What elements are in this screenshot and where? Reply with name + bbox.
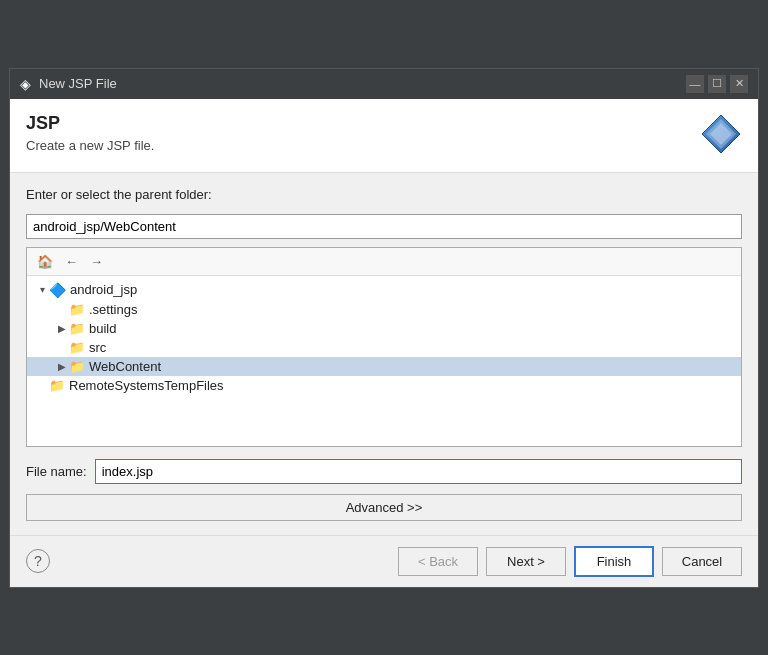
back-button[interactable]: ← (61, 251, 82, 272)
folder-icon: 📁 (69, 359, 85, 374)
button-bar: ? < Back Next > Finish Cancel (10, 535, 758, 587)
finish-button[interactable]: Finish (574, 546, 654, 577)
tree-item-android_jsp[interactable]: ▾ 🔷 android_jsp (27, 280, 741, 300)
folder-icon: 📁 (69, 321, 85, 336)
folder-input[interactable] (26, 214, 742, 239)
folder-icon: 📁 (49, 378, 65, 393)
main-section: Enter or select the parent folder: 🏠 ← →… (10, 173, 758, 535)
tree-item-src[interactable]: 📁 src (27, 338, 741, 357)
next-button[interactable]: Next > (486, 547, 566, 576)
dialog-content: JSP Create a new JSP file. (10, 99, 758, 587)
home-button[interactable]: 🏠 (33, 251, 57, 272)
tree-item-build[interactable]: ▶ 📁 build (27, 319, 741, 338)
tree-item-label: android_jsp (70, 282, 137, 297)
tree-toolbar: 🏠 ← → (27, 248, 741, 276)
dialog-window: ◈ New JSP File — ☐ ✕ JSP Create a new JS… (9, 68, 759, 588)
forward-button[interactable]: → (86, 251, 107, 272)
folder-icon: 📁 (69, 340, 85, 355)
back-button[interactable]: < Back (398, 547, 478, 576)
folder-label: Enter or select the parent folder: (26, 187, 742, 202)
title-bar: ◈ New JSP File — ☐ ✕ (10, 69, 758, 99)
tree-item-webcontent[interactable]: ▶ 📁 WebContent (27, 357, 741, 376)
tree-toggle-icon: ▶ (55, 323, 69, 334)
tree-item-label: build (89, 321, 116, 336)
file-name-label: File name: (26, 464, 87, 479)
minimize-button[interactable]: — (686, 75, 704, 93)
tree-item-settings[interactable]: 📁 .settings (27, 300, 741, 319)
title-bar-controls: — ☐ ✕ (686, 75, 748, 93)
tree-toggle-icon: ▶ (55, 361, 69, 372)
project-icon: 🔷 (49, 282, 66, 298)
cancel-button[interactable]: Cancel (662, 547, 742, 576)
header-section: JSP Create a new JSP file. (10, 99, 758, 173)
tree-item-remotesystemstempfiles[interactable]: 📁 RemoteSystemsTempFiles (27, 376, 741, 395)
title-bar-icon: ◈ (20, 76, 31, 92)
header-text: JSP Create a new JSP file. (26, 113, 154, 153)
header-title: JSP (26, 113, 154, 134)
tree-body: ▾ 🔷 android_jsp 📁 .settings ▶ 📁 build 📁 … (27, 276, 741, 446)
file-name-input[interactable] (95, 459, 742, 484)
maximize-button[interactable]: ☐ (708, 75, 726, 93)
header-icon (700, 113, 742, 158)
help-button[interactable]: ? (26, 549, 50, 573)
close-button[interactable]: ✕ (730, 75, 748, 93)
file-name-row: File name: (26, 459, 742, 484)
tree-panel: 🏠 ← → ▾ 🔷 android_jsp 📁 .settings ▶ 📁 bu… (26, 247, 742, 447)
tree-toggle-icon: ▾ (35, 284, 49, 295)
tree-item-label: .settings (89, 302, 137, 317)
tree-item-label: WebContent (89, 359, 161, 374)
tree-item-label: RemoteSystemsTempFiles (69, 378, 224, 393)
header-subtitle: Create a new JSP file. (26, 138, 154, 153)
folder-icon: 📁 (69, 302, 85, 317)
title-bar-text: New JSP File (39, 76, 678, 91)
advanced-button[interactable]: Advanced >> (26, 494, 742, 521)
tree-item-label: src (89, 340, 106, 355)
